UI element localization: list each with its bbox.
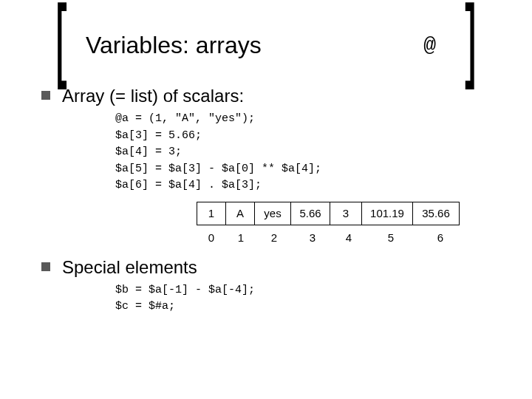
array-cell: 1 bbox=[197, 202, 226, 225]
code-block-2: $b = $a[-1] - $a[-4]; $c = $#a; bbox=[115, 282, 491, 316]
array-cell: 5.66 bbox=[290, 202, 330, 225]
array-cells-row: 1 A yes 5.66 3 101.19 35.66 bbox=[197, 202, 491, 225]
code-line: $a[4] = 3; bbox=[115, 146, 182, 158]
bullet-text-2: Special elements bbox=[62, 257, 197, 278]
code-line: $a[5] = $a[3] - $a[0] ** $a[4]; bbox=[115, 163, 321, 175]
bullet-special-elements: Special elements bbox=[41, 257, 491, 278]
array-index: 1 bbox=[226, 231, 256, 244]
bullet-icon bbox=[41, 262, 50, 271]
slide-container: [ Variables: arrays @ ] Array (= list) o… bbox=[0, 0, 532, 399]
code-line: $c = $#a; bbox=[115, 300, 175, 313]
array-index: 6 bbox=[417, 231, 464, 244]
code-line: $a[6] = $a[4] . $a[3]; bbox=[115, 179, 262, 191]
left-bracket-icon: [ bbox=[52, 17, 70, 73]
array-cell: A bbox=[225, 202, 255, 225]
slide-title: Variables: arrays bbox=[81, 32, 423, 59]
bullet-array-of-scalars: Array (= list) of scalars: bbox=[41, 86, 491, 106]
code-line: $a[3] = 5.66; bbox=[115, 129, 202, 142]
array-cell: 35.66 bbox=[412, 202, 460, 225]
array-index: 4 bbox=[332, 231, 365, 244]
array-cell: 101.19 bbox=[361, 202, 413, 225]
at-sign-icon: @ bbox=[423, 34, 436, 57]
array-index: 5 bbox=[365, 231, 417, 244]
array-indices-row: 0 1 2 3 4 5 6 bbox=[197, 231, 491, 244]
array-index: 3 bbox=[293, 231, 332, 244]
array-cell: 3 bbox=[330, 202, 362, 225]
array-index: 2 bbox=[256, 231, 293, 244]
array-visualization: 1 A yes 5.66 3 101.19 35.66 0 1 2 3 4 5 … bbox=[197, 202, 491, 244]
array-index: 0 bbox=[197, 231, 226, 244]
bullet-icon bbox=[41, 91, 50, 100]
code-block-1: @a = (1, "A", "yes"); $a[3] = 5.66; $a[4… bbox=[115, 111, 491, 194]
right-bracket-icon: ] bbox=[462, 17, 480, 73]
code-line: @a = (1, "A", "yes"); bbox=[115, 112, 255, 125]
title-row: [ Variables: arrays @ ] bbox=[41, 25, 491, 65]
array-cell: yes bbox=[254, 202, 291, 225]
code-line: $b = $a[-1] - $a[-4]; bbox=[115, 284, 255, 296]
bullet-text-1: Array (= list) of scalars: bbox=[62, 86, 244, 106]
